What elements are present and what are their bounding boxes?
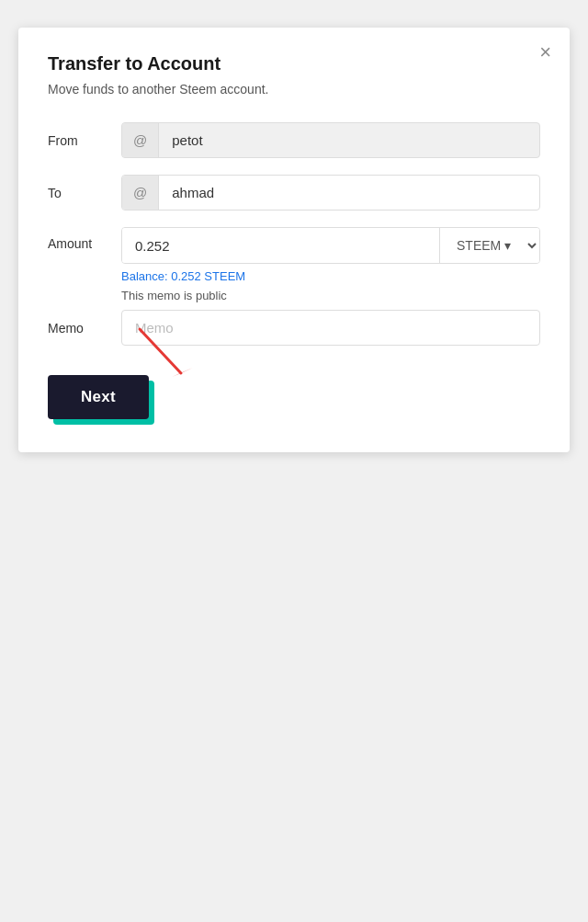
amount-row: Amount STEEM ▾ SBD ▾ Balance: 0.252 STEE…	[48, 227, 540, 283]
memo-public-section: This memo is public	[121, 289, 540, 302]
currency-select[interactable]: STEEM ▾ SBD ▾	[439, 228, 539, 263]
amount-input-group: STEEM ▾ SBD ▾	[121, 227, 540, 264]
to-label: To	[48, 186, 121, 200]
modal-subtitle: Move funds to another Steem account.	[48, 82, 540, 97]
memo-public-label: This memo is public	[121, 289, 540, 302]
amount-controls: STEEM ▾ SBD ▾ Balance: 0.252 STEEM	[121, 227, 540, 283]
from-at-symbol: @	[122, 123, 159, 157]
memo-row: Memo	[48, 310, 540, 346]
from-input	[159, 123, 539, 157]
next-button[interactable]: Next	[48, 375, 149, 419]
to-row: To @	[48, 175, 540, 211]
transfer-modal: × Transfer to Account Move funds to anot…	[18, 28, 570, 452]
amount-label: Amount	[48, 227, 121, 251]
to-input[interactable]	[159, 176, 539, 210]
amount-input[interactable]	[122, 228, 439, 263]
from-row: From @	[48, 122, 540, 158]
balance-text: Balance: 0.252 STEEM	[121, 269, 540, 283]
modal-title: Transfer to Account	[48, 53, 540, 74]
svg-marker-1	[172, 368, 193, 377]
close-button[interactable]: ×	[539, 42, 551, 63]
next-button-area: Next	[48, 375, 149, 419]
from-input-wrapper: @	[121, 122, 540, 158]
to-at-symbol: @	[122, 176, 159, 210]
memo-input[interactable]	[121, 310, 540, 346]
to-input-wrapper[interactable]: @	[121, 175, 540, 211]
from-label: From	[48, 133, 121, 148]
memo-label: Memo	[48, 321, 121, 336]
